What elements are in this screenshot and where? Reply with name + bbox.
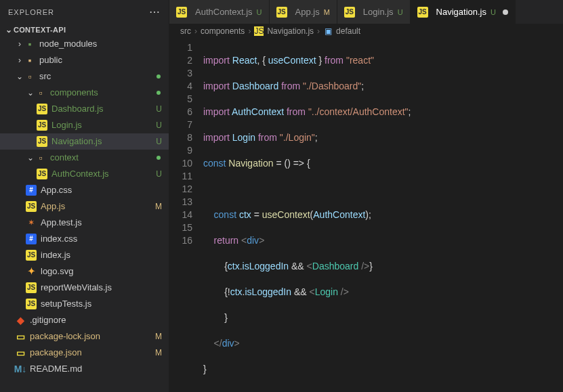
svg-icon: ✦ <box>26 266 37 277</box>
tree-file-setuptests[interactable]: JSsetupTests.js <box>0 296 169 312</box>
chevron-down-icon: ⌄ <box>4 25 14 35</box>
project-name: CONTEXT-API <box>14 26 66 34</box>
folder-open-icon: ▫ <box>35 152 46 163</box>
bc-file[interactable]: Navigation.js <box>267 26 314 36</box>
unsaved-dot-icon <box>503 9 508 15</box>
folder-icon: ▪ <box>24 55 35 66</box>
git-status-u: U <box>156 167 162 181</box>
tree-file-pkg[interactable]: ▭package.jsonM <box>0 345 169 361</box>
tree-file-authcontext[interactable]: JSAuthContext.jsU <box>0 166 169 182</box>
tree-file-rwv[interactable]: JSreportWebVitals.js <box>0 280 169 296</box>
line-gutter: 12345678910111213141516 <box>169 39 203 392</box>
js-icon: JS <box>26 282 37 293</box>
tab-login[interactable]: JSLogin.jsU <box>337 0 411 24</box>
git-status-u: U <box>156 102 162 116</box>
chevron-down-icon: ⌄ <box>26 150 35 165</box>
tree-file-login[interactable]: JSLogin.jsU <box>0 117 169 133</box>
tree-folder-public[interactable]: ›▪public <box>0 52 169 68</box>
more-icon[interactable]: ⋯ <box>149 5 161 18</box>
git-status-u: U <box>156 118 162 133</box>
tree-file-pklock[interactable]: ▭package-lock.jsonM <box>0 328 169 345</box>
json-icon: ▭ <box>15 331 26 342</box>
explorer-title: EXPLORER <box>8 8 54 16</box>
tree-folder-components[interactable]: ⌄▫components <box>0 85 169 101</box>
explorer-header: EXPLORER ⋯ <box>0 0 169 24</box>
folder-icon: ▪ <box>24 39 35 49</box>
code-content[interactable]: import React, { useContext } from "react… <box>203 39 563 392</box>
js-icon: JS <box>37 120 47 131</box>
git-dot-icon <box>157 74 161 79</box>
editor-area: JSAuthContext.jsU JSApp.jsM JSLogin.jsU … <box>169 0 563 392</box>
js-icon: JS <box>26 299 37 309</box>
js-icon: JS <box>254 26 264 36</box>
js-icon: JS <box>37 104 47 114</box>
js-icon: JS <box>276 7 287 18</box>
js-icon: JS <box>26 250 37 261</box>
git-u-badge: U <box>398 8 403 16</box>
js-icon: JS <box>176 7 187 18</box>
css-icon: # <box>26 185 37 196</box>
chevron-down-icon: ⌄ <box>26 85 35 100</box>
tree-file-gitignore[interactable]: ◆.gitignore <box>0 312 169 328</box>
tree-file-readme[interactable]: M↓README.md <box>0 361 169 377</box>
chevron-right-icon: › <box>194 26 197 36</box>
git-m-badge: M <box>324 8 330 16</box>
git-status-m: M <box>155 329 162 344</box>
tab-bar: JSAuthContext.jsU JSApp.jsM JSLogin.jsU … <box>169 0 563 24</box>
breadcrumb[interactable]: src› components› JSNavigation.js› ▣defau… <box>169 24 563 39</box>
folder-open-icon: ▫ <box>24 71 35 82</box>
git-status-m: M <box>155 345 162 360</box>
folder-open-icon: ▫ <box>35 87 46 98</box>
tree-file-dashboard[interactable]: JSDashboard.jsU <box>0 101 169 117</box>
chevron-right-icon: › <box>15 37 24 51</box>
tree-folder-context[interactable]: ⌄▫context <box>0 150 169 166</box>
js-icon: JS <box>26 201 37 212</box>
css-icon: # <box>26 234 37 244</box>
js-icon: JS <box>417 7 428 18</box>
tree-file-appcss[interactable]: #App.css <box>0 182 169 198</box>
tree-folder-src[interactable]: ⌄▫src <box>0 68 169 85</box>
test-icon: ✶ <box>26 217 37 228</box>
bc-components[interactable]: components <box>201 26 245 36</box>
bc-src[interactable]: src <box>180 26 191 36</box>
chevron-right-icon: › <box>15 53 24 68</box>
chevron-right-icon: › <box>317 26 320 36</box>
tree-file-navigation[interactable]: JSNavigation.jsU <box>0 133 169 150</box>
bc-symbol[interactable]: default <box>336 26 360 36</box>
tree-file-indexjs[interactable]: JSindex.js <box>0 247 169 263</box>
json-icon: ▭ <box>15 347 26 358</box>
js-icon: JS <box>344 7 355 18</box>
chevron-down-icon: ⌄ <box>15 69 24 84</box>
tree-file-indexcss[interactable]: #index.css <box>0 231 169 247</box>
git-dot-icon <box>157 91 161 95</box>
tree-file-logo[interactable]: ✦logo.svg <box>0 263 169 280</box>
code-editor[interactable]: 12345678910111213141516 import React, { … <box>169 39 563 392</box>
tab-app[interactable]: JSApp.jsM <box>270 0 337 24</box>
git-status-u: U <box>156 134 162 149</box>
tree-file-appjs[interactable]: JSApp.jsM <box>0 198 169 215</box>
js-icon: JS <box>37 136 47 147</box>
git-status-m: M <box>155 199 162 214</box>
git-u-badge: U <box>491 8 496 16</box>
tab-navigation[interactable]: JSNavigation.jsU <box>411 0 516 24</box>
js-icon: JS <box>37 169 47 179</box>
chevron-right-icon: › <box>248 26 251 36</box>
file-tree: ›▪node_modules ›▪public ⌄▫src ⌄▫componen… <box>0 36 169 392</box>
tree-folder-node-modules[interactable]: ›▪node_modules <box>0 36 169 52</box>
git-u-badge: U <box>257 8 262 16</box>
tree-file-apptest[interactable]: ✶App.test.js <box>0 215 169 231</box>
git-icon: ◆ <box>15 315 26 326</box>
tab-authcontext[interactable]: JSAuthContext.jsU <box>169 0 270 24</box>
md-icon: M↓ <box>15 364 26 374</box>
section-header[interactable]: ⌄ CONTEXT-API <box>0 24 169 36</box>
sidebar: EXPLORER ⋯ ⌄ CONTEXT-API ›▪node_modules … <box>0 0 169 392</box>
symbol-icon: ▣ <box>323 26 333 36</box>
git-dot-icon <box>157 156 161 160</box>
